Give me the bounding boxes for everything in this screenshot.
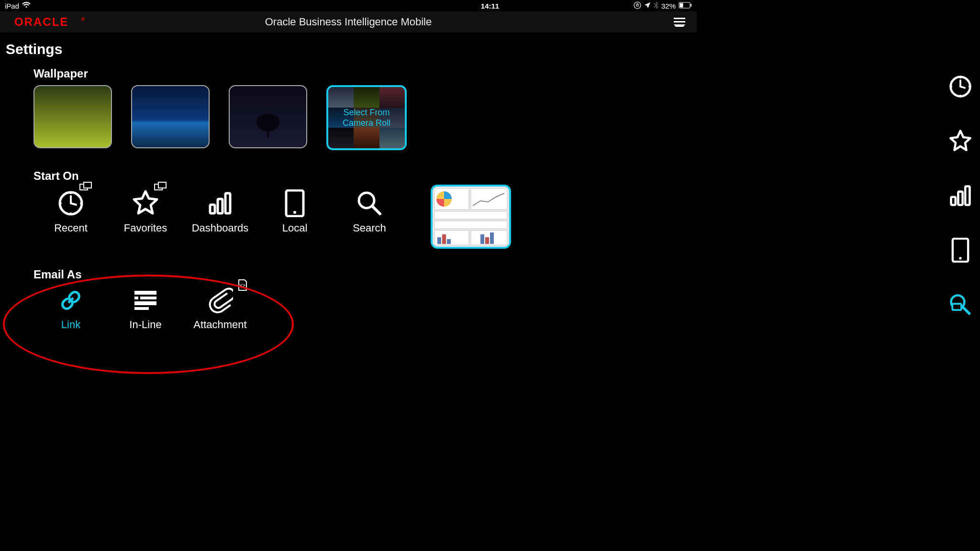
start-on-local[interactable]: Local [257, 187, 332, 234]
settings-content: Settings Wallpaper Select From Camera Ro… [0, 33, 697, 331]
battery-percent: 32% [661, 2, 676, 10]
page-title: Settings [6, 41, 697, 57]
svg-rect-6 [674, 18, 685, 19]
wallpaper-option-1[interactable] [33, 85, 112, 148]
bluetooth-icon [654, 1, 658, 11]
status-time: 14:11 [481, 2, 499, 10]
svg-rect-7 [674, 21, 685, 22]
start-on-local-label: Local [257, 222, 332, 234]
code-file-icon: <> [237, 279, 248, 293]
svg-rect-20 [158, 182, 166, 188]
svg-rect-3 [690, 4, 691, 7]
start-on-search-label: Search [332, 222, 407, 234]
battery-icon [679, 2, 692, 10]
email-as-link[interactable]: Link [33, 286, 108, 331]
device-icon [257, 187, 332, 219]
svg-rect-39 [480, 234, 484, 244]
svg-rect-37 [447, 239, 451, 244]
email-as-inline-label: In-Line [108, 319, 183, 331]
wallpaper-option-camera-roll[interactable]: Select From Camera Roll [326, 85, 407, 150]
svg-text:ORACLE: ORACLE [14, 15, 68, 28]
star-icon [108, 187, 183, 219]
svg-rect-41 [490, 232, 494, 244]
email-as-attachment-label: Attachment [183, 319, 257, 331]
clock-icon [33, 187, 108, 219]
wallpaper-row: Select From Camera Roll [33, 85, 697, 150]
wallpaper-option-3[interactable] [229, 85, 307, 148]
svg-line-14 [71, 203, 76, 205]
email-as-attachment[interactable]: <> Attachment [183, 286, 257, 331]
email-as-heading: Email As [33, 268, 697, 281]
location-icon [644, 2, 651, 10]
device-label: iPad [5, 2, 19, 10]
wallpaper-option-2[interactable] [131, 85, 210, 148]
svg-point-16 [70, 212, 72, 214]
svg-rect-11 [84, 182, 91, 188]
orientation-lock-icon [634, 1, 641, 11]
email-as-inline[interactable]: In-Line [108, 286, 183, 331]
email-as-row: Link In-Line <> Attachment [33, 286, 697, 331]
svg-point-18 [80, 202, 82, 204]
brand-logo: ORACLE ® [14, 15, 91, 31]
start-on-favorites-label: Favorites [108, 222, 183, 234]
svg-rect-9 [267, 128, 269, 138]
start-on-heading: Start On [33, 169, 697, 183]
svg-line-27 [372, 206, 380, 214]
app-header: ORACLE ® Oracle Business Intelligence Mo… [0, 11, 697, 33]
svg-rect-49 [134, 307, 149, 310]
svg-point-0 [634, 2, 641, 9]
menu-button[interactable] [673, 15, 686, 31]
svg-rect-47 [140, 297, 156, 299]
start-on-recent-label: Recent [33, 222, 108, 234]
start-on-row: Recent Favorites Dashboards Local Sea [33, 187, 697, 249]
svg-rect-2 [680, 3, 683, 7]
start-on-search[interactable]: Search [332, 187, 407, 234]
svg-rect-35 [437, 237, 441, 244]
svg-rect-21 [210, 205, 215, 213]
camera-roll-label: Select From Camera Roll [328, 87, 405, 148]
svg-point-15 [70, 192, 72, 194]
wifi-icon [22, 2, 31, 10]
start-on-favorites[interactable]: Favorites [108, 187, 183, 234]
bar-chart-icon [183, 187, 257, 219]
email-as-link-label: Link [33, 319, 108, 331]
multi-window-icon [154, 182, 167, 192]
start-on-dashboards-label: Dashboards [183, 222, 257, 234]
svg-rect-31 [471, 188, 507, 209]
multi-window-icon [79, 182, 92, 192]
start-on-preview[interactable] [431, 185, 511, 249]
status-bar: iPad 14:11 32% [0, 0, 697, 11]
svg-rect-40 [485, 237, 489, 244]
svg-text:®: ® [81, 17, 86, 22]
inline-icon [108, 286, 183, 315]
svg-text:<>: <> [240, 283, 245, 288]
svg-point-17 [60, 202, 62, 204]
search-icon [332, 187, 407, 219]
svg-rect-36 [442, 234, 446, 244]
wallpaper-heading: Wallpaper [33, 67, 697, 80]
link-icon [33, 286, 108, 315]
svg-rect-48 [134, 301, 156, 305]
svg-rect-46 [134, 297, 138, 299]
svg-rect-22 [218, 199, 223, 213]
svg-rect-23 [225, 193, 230, 213]
start-on-dashboards[interactable]: Dashboards [183, 187, 257, 234]
svg-rect-32 [434, 211, 507, 219]
app-title: Oracle Business Intelligence Mobile [265, 16, 432, 28]
svg-rect-45 [134, 291, 156, 295]
svg-rect-33 [434, 221, 507, 229]
start-on-recent[interactable]: Recent [33, 187, 108, 234]
svg-point-25 [293, 211, 296, 214]
